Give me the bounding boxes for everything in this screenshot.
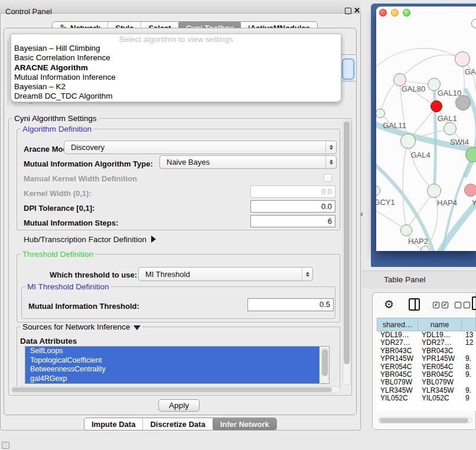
table-cell: YPR145W bbox=[418, 355, 462, 363]
bottom-tabs: Impute DataDiscretize DataInfer Network bbox=[84, 418, 277, 431]
network-node-label: GAL80 bbox=[402, 84, 425, 93]
mi-threshold-field[interactable]: 0.5 bbox=[247, 298, 334, 311]
dropdown-item[interactable]: Dream8 DC_TDC Algorithm bbox=[11, 92, 341, 101]
export-table-icon[interactable] bbox=[472, 296, 476, 310]
dpi-tolerance-field[interactable]: 0.0 bbox=[250, 200, 335, 213]
network-node-label: SWI4 bbox=[450, 138, 469, 146]
table-cell: YDR27… bbox=[377, 339, 418, 347]
select-all-check-icon[interactable]: ✓ bbox=[433, 302, 439, 308]
aracne-mode-value: Discovery bbox=[64, 143, 325, 152]
aracne-mode-combo[interactable]: Discovery bbox=[64, 141, 337, 154]
mi-threshold-group-title: MI Threshold Definition bbox=[25, 282, 111, 291]
table-cell: YLR345W bbox=[377, 387, 418, 394]
data-attributes-list[interactable]: SelfLoopsTopologicalCoefficientBetweenne… bbox=[25, 346, 330, 384]
table-row[interactable]: YDR27…YDR27…12 bbox=[377, 339, 476, 347]
table-row[interactable]: YIL052CYIL052C9 bbox=[377, 394, 476, 402]
which-threshold-value: MI Threshold bbox=[139, 270, 302, 279]
minimize-traffic-light-icon[interactable] bbox=[391, 9, 399, 17]
dropdown-item[interactable]: ARACNE Algorithm bbox=[11, 63, 341, 73]
hub-definition-toggle[interactable]: Hub/Transcription Factor Definition bbox=[24, 235, 156, 244]
table-cell: 9. bbox=[462, 355, 476, 363]
table-cell: 8. bbox=[462, 363, 476, 371]
close-traffic-light-icon[interactable] bbox=[379, 9, 387, 17]
table-column-header[interactable]: name bbox=[418, 318, 462, 331]
network-node[interactable] bbox=[420, 246, 430, 251]
columns-icon[interactable] bbox=[409, 298, 420, 311]
float-window-icon[interactable] bbox=[345, 8, 351, 14]
settings-horizontal-scrollbar[interactable] bbox=[10, 386, 341, 393]
table-row[interactable]: YDL19…YDL19…13 bbox=[377, 331, 476, 339]
list-scrollbar[interactable] bbox=[321, 347, 328, 383]
stepper-arrows-icon bbox=[302, 268, 312, 281]
network-node[interactable] bbox=[464, 184, 476, 197]
threshold-definition-title: Threshold Definition bbox=[21, 250, 95, 259]
tab-impute-data[interactable]: Impute Data bbox=[84, 418, 142, 430]
table-row[interactable]: YBL079WYBL079W bbox=[377, 379, 476, 386]
deselect-all-icon[interactable] bbox=[455, 302, 461, 308]
table-cell: 9. bbox=[462, 371, 476, 379]
table-cell bbox=[462, 379, 476, 386]
table-panel-title: Table Panel bbox=[384, 275, 426, 284]
settings-vertical-scrollbar[interactable] bbox=[343, 119, 351, 385]
dropdown-item[interactable]: Bayesian – Hill Climbing bbox=[11, 44, 341, 53]
mi-algorithm-type-value: Naive Bayes bbox=[160, 158, 325, 167]
select-all-check-icon[interactable]: ✓ bbox=[442, 302, 448, 308]
table-column-header[interactable] bbox=[462, 318, 476, 331]
table-cell: YBR043C bbox=[377, 347, 418, 355]
algorithm-dropdown-list[interactable]: Select algorithm to view settings Bayesi… bbox=[11, 34, 341, 102]
dropdown-item[interactable]: Mutual Information Inference bbox=[11, 73, 341, 82]
network-node[interactable] bbox=[427, 184, 441, 198]
network-node[interactable] bbox=[431, 100, 442, 112]
dropdown-item[interactable]: Bayesian – K2 bbox=[11, 82, 341, 92]
attribute-list-item[interactable]: TopologicalCoefficient bbox=[25, 356, 319, 366]
splitter-collapse-icon[interactable] bbox=[360, 212, 363, 217]
table-cell: 13 bbox=[462, 331, 476, 339]
stepper-arrows-icon bbox=[325, 156, 336, 168]
control-panel-titlebar[interactable] bbox=[0, 0, 361, 14]
tab-label: Infer Network bbox=[220, 420, 269, 429]
network-node[interactable] bbox=[444, 122, 457, 135]
gear-icon[interactable]: ⚙ bbox=[384, 298, 394, 311]
network-canvas[interactable]: GALGAL80GAL10GAL1GAL11SWI4GAL4GCY1HAP4YH… bbox=[376, 19, 476, 251]
which-threshold-combo[interactable]: MI Threshold bbox=[138, 267, 313, 281]
table-cell: YER054C bbox=[418, 363, 462, 371]
sources-group-title[interactable]: Sources for Network Inference bbox=[21, 322, 142, 331]
table-row[interactable]: YBR045CYBR045C9. bbox=[377, 371, 476, 379]
screen: Control Panel ✕ NetworkStyleSelectCyni T… bbox=[0, 0, 476, 450]
table-cell: 9. bbox=[462, 387, 476, 394]
table-row[interactable]: YLR345WYLR345W9. bbox=[377, 387, 476, 394]
network-node[interactable] bbox=[400, 224, 412, 236]
kernel-width-field[interactable]: 0.0 bbox=[250, 185, 335, 198]
mi-algorithm-type-combo[interactable]: Naive Bayes bbox=[159, 155, 337, 169]
table-row[interactable]: YPR145WYPR145W9. bbox=[377, 355, 476, 363]
close-icon[interactable]: ✕ bbox=[354, 6, 360, 15]
network-node[interactable] bbox=[400, 133, 416, 149]
dpi-tolerance-label: DPI Tolerance [0,1]: bbox=[24, 204, 94, 213]
attribute-list-item[interactable]: gal4RGexp bbox=[25, 374, 319, 384]
attribute-list-item[interactable]: SelfLoops bbox=[25, 347, 319, 356]
apply-button[interactable]: Apply bbox=[158, 399, 200, 412]
network-node[interactable] bbox=[455, 51, 470, 67]
mi-steps-field[interactable]: 6 bbox=[250, 215, 335, 227]
panel-grip-icon[interactable] bbox=[2, 442, 9, 449]
table-column-header[interactable]: shared… bbox=[377, 318, 418, 331]
collapse-down-icon bbox=[133, 325, 141, 330]
tab-label: Impute Data bbox=[92, 420, 135, 429]
table-cell: YBR045C bbox=[377, 371, 418, 379]
table-header-row[interactable]: shared…name bbox=[377, 318, 476, 331]
table-cell: YBR045C bbox=[418, 371, 462, 379]
zoom-traffic-light-icon[interactable] bbox=[403, 9, 410, 17]
table-cell: YDR27… bbox=[418, 339, 462, 347]
table-horizontal-scrollbar[interactable] bbox=[378, 417, 472, 423]
dropdown-item[interactable]: Basic Correlation Inference bbox=[11, 53, 341, 63]
manual-kernel-width-checkbox[interactable] bbox=[324, 174, 332, 182]
table-row[interactable]: YBR043CYBR043C bbox=[377, 347, 476, 355]
table-row[interactable]: YER054CYER054C8. bbox=[377, 363, 476, 371]
table-cell: 9 bbox=[462, 394, 476, 402]
deselect-all-icon[interactable] bbox=[464, 302, 470, 308]
attribute-list-item[interactable]: BetweennessCentrality bbox=[25, 365, 319, 374]
network-node-label: GAL4 bbox=[410, 151, 430, 159]
stepper-arrows-icon bbox=[325, 141, 336, 154]
tab-infer-network[interactable]: Infer Network bbox=[213, 418, 276, 430]
tab-discretize-data[interactable]: Discretize Data bbox=[142, 418, 212, 430]
